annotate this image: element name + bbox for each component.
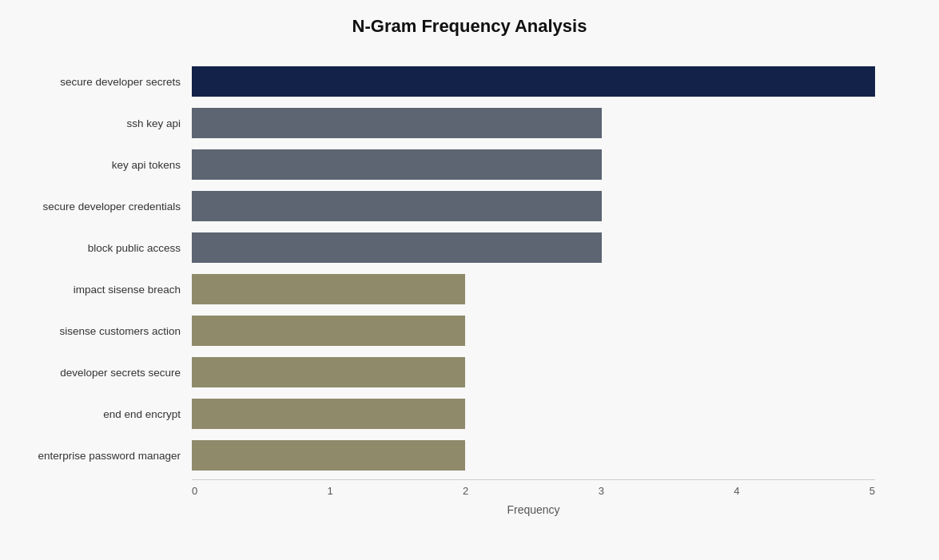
- x-axis-container: 012345 Frequency: [192, 479, 875, 516]
- x-tick: 1: [328, 485, 333, 497]
- bar-label: developer secrets secure: [32, 367, 192, 379]
- bar-track: [192, 191, 875, 221]
- bar-label: impact sisense breach: [32, 284, 192, 296]
- bar-row: end end encrypt: [192, 393, 875, 435]
- bar-fill: [192, 108, 602, 138]
- bar-fill: [192, 149, 602, 180]
- bar-fill: [192, 399, 465, 429]
- chart-title: N-Gram Frequency Analysis: [32, 16, 907, 37]
- x-axis-label: Frequency: [192, 503, 875, 516]
- bar-label: secure developer credentials: [32, 201, 192, 212]
- x-axis-ticks: 012345: [192, 480, 875, 497]
- bar-row: key api tokens: [192, 144, 875, 185]
- bar-fill: [192, 274, 465, 304]
- bar-fill: [192, 316, 465, 346]
- bar-label: sisense customers action: [32, 325, 192, 337]
- bar-row: sisense customers action: [192, 310, 875, 351]
- bar-label: key api tokens: [32, 159, 192, 171]
- bar-row: secure developer credentials: [192, 185, 875, 227]
- bar-row: impact sisense breach: [192, 268, 875, 310]
- bar-row: block public access: [192, 227, 875, 268]
- chart-body: secure developer secretsssh key apikey a…: [32, 61, 907, 476]
- bar-track: [192, 440, 875, 471]
- bar-fill: [192, 357, 465, 387]
- x-tick: 5: [869, 485, 875, 497]
- bar-track: [192, 316, 875, 346]
- bar-track: [192, 232, 875, 263]
- bar-label: end end encrypt: [32, 408, 192, 420]
- x-tick: 3: [599, 485, 604, 497]
- bar-fill: [192, 66, 875, 97]
- bar-fill: [192, 232, 602, 263]
- chart-area: secure developer secretsssh key apikey a…: [192, 61, 875, 476]
- bar-row: secure developer secrets: [192, 61, 875, 102]
- x-tick: 4: [734, 485, 739, 497]
- bar-track: [192, 108, 875, 138]
- bar-track: [192, 399, 875, 429]
- bar-fill: [192, 440, 465, 471]
- chart-container: N-Gram Frequency Analysis secure develop…: [0, 0, 939, 560]
- bar-label: block public access: [32, 242, 192, 254]
- bar-label: ssh key api: [32, 117, 192, 129]
- x-tick: 2: [463, 485, 468, 497]
- bar-row: enterprise password manager: [192, 435, 875, 476]
- bar-label: enterprise password manager: [32, 450, 192, 462]
- bar-track: [192, 66, 875, 97]
- bar-track: [192, 149, 875, 180]
- bar-row: developer secrets secure: [192, 351, 875, 393]
- bar-track: [192, 274, 875, 304]
- x-tick: 0: [192, 485, 197, 497]
- bar-label: secure developer secrets: [32, 76, 192, 88]
- bar-row: ssh key api: [192, 102, 875, 144]
- bar-track: [192, 357, 875, 387]
- bar-fill: [192, 191, 602, 221]
